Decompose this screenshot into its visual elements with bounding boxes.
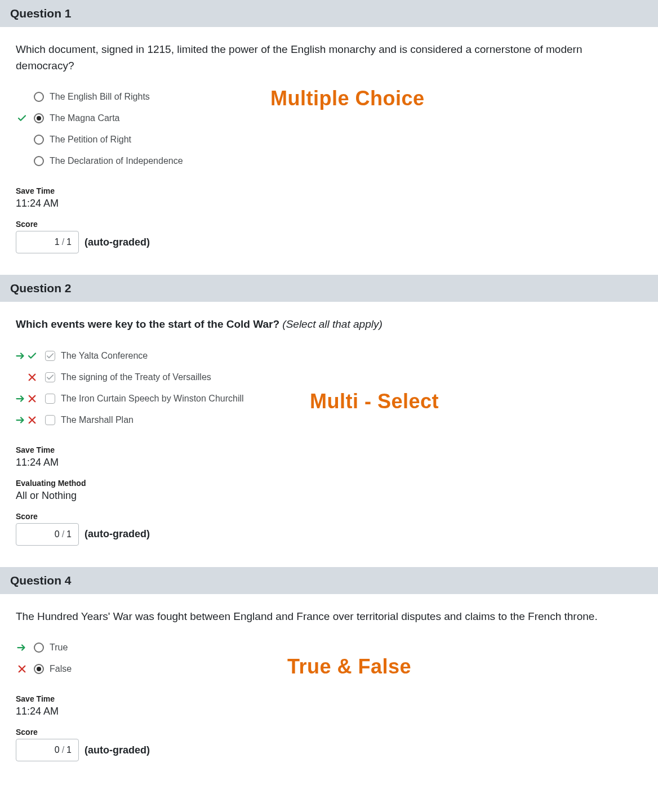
checkbox[interactable] [45,394,55,404]
option-row: The Marshall Plan [16,409,642,431]
result-marks [16,415,39,425]
score-row: Score 0 / 1 (auto-graded) [16,512,642,546]
score-label: Score [16,728,642,737]
save-time-value: 11:24 AM [16,706,642,717]
save-time-label: Save Time [16,445,642,454]
radio-button[interactable] [34,135,44,145]
x-icon [27,394,37,404]
checkbox[interactable] [45,372,55,382]
option-label: The Iron Curtain Speech by Winston Churc… [61,394,244,404]
save-time-row: Save Time 11:24 AM [16,186,642,209]
option-label: The Marshall Plan [61,415,134,425]
question-4: Question 4 The Hundred Years' War was fo… [0,567,658,775]
option-row: The signing of the Treaty of Versailles [16,367,642,388]
autograded-label: (auto-graded) [85,528,150,540]
eval-method-value: All or Nothing [16,490,642,502]
radio-button[interactable] [34,92,44,102]
autograded-label: (auto-graded) [85,237,150,248]
options-list: The Yalta ConferenceThe signing of the T… [16,345,642,431]
option-row: The Iron Curtain Speech by Winston Churc… [16,388,642,409]
score-row: Score 1 / 1 (auto-graded) [16,220,642,253]
question-body: The Hundred Years' War was fought betwee… [0,594,658,775]
autograded-label: (auto-graded) [85,744,150,756]
question-header: Question 2 [0,275,658,302]
question-header: Question 1 [0,0,658,27]
radio-button[interactable] [34,156,44,166]
option-row: True [16,637,642,658]
radio-button[interactable] [34,643,44,653]
arrow-right-icon [16,644,28,652]
arrow-right-icon [16,416,26,424]
option-label: The Declaration of Independence [50,156,183,166]
result-marks [16,351,39,361]
option-row: The Yalta Conference [16,345,642,367]
save-time-row: Save Time 11:24 AM [16,694,642,717]
score-earned: 0 [55,529,60,539]
option-label: False [50,664,72,674]
option-label: True [50,643,68,653]
question-body: Which document, signed in 1215, limited … [0,27,658,267]
save-time-label: Save Time [16,694,642,703]
option-label: The signing of the Treaty of Versailles [61,372,211,382]
question-prompt: The Hundred Years' War was fought betwee… [16,609,642,625]
arrow-right-icon [16,352,26,360]
prompt-text: Which events were key to the start of th… [16,318,282,330]
options-list: The English Bill of RightsThe Magna Cart… [16,86,642,172]
x-icon [27,415,37,425]
option-row: The Magna Carta [16,108,642,129]
score-max: 1 [66,237,72,247]
question-2: Question 2 Which events were key to the … [0,275,658,559]
question-prompt: Which events were key to the start of th… [16,316,642,333]
score-label: Score [16,220,642,229]
score-max: 1 [66,745,72,755]
checkbox[interactable] [45,415,55,425]
option-label: The Yalta Conference [61,351,148,361]
eval-method-label: Evaluating Method [16,479,642,488]
score-row: Score 0 / 1 (auto-graded) [16,728,642,761]
prompt-hint: (Select all that apply) [282,318,382,330]
save-time-label: Save Time [16,186,642,195]
radio-button[interactable] [34,664,44,674]
score-earned: 1 [55,237,60,247]
save-time-value: 11:24 AM [16,457,642,469]
x-icon [16,664,28,674]
question-prompt: Which document, signed in 1215, limited … [16,42,642,74]
question-1: Question 1 Which document, signed in 121… [0,0,658,267]
score-earned: 0 [55,745,60,755]
x-icon [27,372,37,382]
checkbox[interactable] [45,351,55,361]
result-marks [16,394,39,404]
option-row: False [16,658,642,680]
option-row: The Declaration of Independence [16,150,642,172]
option-label: The Magna Carta [50,113,120,123]
score-max: 1 [66,529,72,539]
radio-button[interactable] [34,113,44,123]
option-row: The Petition of Right [16,129,642,150]
arrow-right-icon [16,395,26,403]
score-label: Score [16,512,642,521]
option-row: The English Bill of Rights [16,86,642,108]
save-time-value: 11:24 AM [16,198,642,209]
score-input[interactable]: 1 / 1 [16,231,79,253]
eval-method-row: Evaluating Method All or Nothing [16,479,642,502]
result-marks [16,372,39,382]
question-body: Which events were key to the start of th… [0,302,658,559]
score-slash: / [62,745,64,755]
option-label: The English Bill of Rights [50,92,150,102]
options-list: TrueFalse [16,637,642,680]
question-header: Question 4 [0,567,658,594]
save-time-row: Save Time 11:24 AM [16,445,642,469]
score-slash: / [62,529,64,539]
score-input[interactable]: 0 / 1 [16,523,79,546]
check-icon [16,113,28,123]
option-label: The Petition of Right [50,135,131,145]
score-slash: / [62,237,64,247]
check-icon [27,351,37,361]
score-input[interactable]: 0 / 1 [16,739,79,761]
